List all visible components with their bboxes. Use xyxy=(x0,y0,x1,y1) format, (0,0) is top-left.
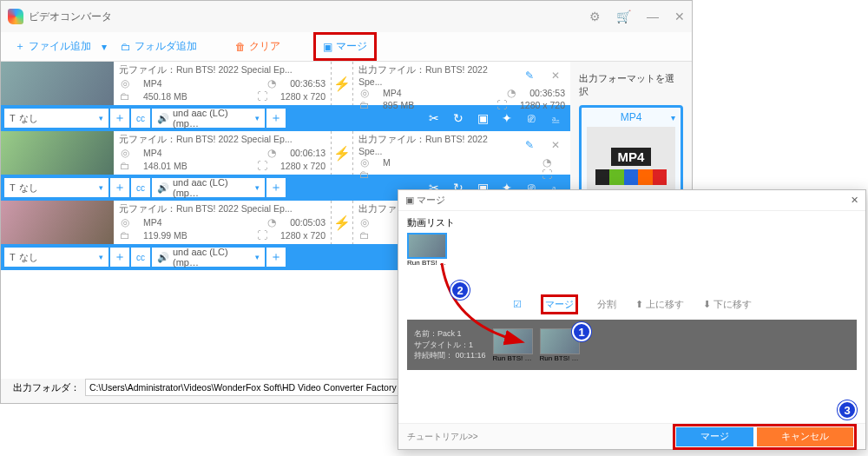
cc-button[interactable]: cc xyxy=(131,248,150,267)
clear-button[interactable]: 🗑 クリア xyxy=(230,36,286,56)
audio-select[interactable]: 🔊und aac (LC) (mp…▾ xyxy=(152,248,265,267)
trash-icon: 🗑 xyxy=(235,41,246,53)
item-thumbnail[interactable] xyxy=(1,201,114,244)
movie-list-label: 動画リスト xyxy=(407,216,857,229)
merge-button[interactable]: ▣ マージ xyxy=(318,36,372,56)
titlebar: ビデオコンバータ ⚙ 🛒 — ✕ xyxy=(1,1,692,32)
audio-add-button[interactable]: ＋ xyxy=(266,248,286,267)
subtitle-select[interactable]: Tなし▾ xyxy=(4,178,108,197)
src-file-label: 元ファイル：Run BTS! 2022 Special Ep... xyxy=(119,203,293,215)
watermark-icon[interactable]: ⎚ xyxy=(520,111,542,125)
arrow-up-icon: ⬆ xyxy=(635,299,643,310)
annotation-badge-3: 3 xyxy=(838,400,857,420)
app-title: ビデオコンバータ xyxy=(29,10,112,24)
main-toolbar: ＋ ファイル追加 ▾ 🗀 フォルダ追加 🗑 クリア ▣ マージ xyxy=(1,32,692,62)
audio-add-button[interactable]: ＋ xyxy=(266,109,286,128)
crop-icon[interactable]: ▣ xyxy=(471,111,494,125)
tutorial-link[interactable]: チュートリアル>> xyxy=(407,431,478,443)
format-caret-icon: ▾ xyxy=(671,113,675,122)
out-file-label: 出力ファイル：Run BTS! 2022 Spe... xyxy=(358,64,497,87)
remove-item-icon[interactable]: ✕ xyxy=(546,139,565,151)
subtitle-select[interactable]: Tなし▾ xyxy=(4,109,108,128)
add-file-button[interactable]: ＋ ファイル追加 xyxy=(10,36,96,56)
audio-add-button[interactable]: ＋ xyxy=(266,178,286,197)
edit-name-icon[interactable]: ✎ xyxy=(525,139,534,151)
op-move-down-button[interactable]: ⬇下に移す xyxy=(703,298,752,311)
merge-icon: ▣ xyxy=(405,195,414,206)
audio-select[interactable]: 🔊und aac (LC) (mp…▾ xyxy=(152,109,265,128)
op-split-button[interactable]: 分割 xyxy=(597,298,616,311)
edit-name-icon[interactable]: ✎ xyxy=(525,69,534,82)
rotate-icon[interactable]: ↻ xyxy=(447,111,470,125)
audio-select[interactable]: 🔊und aac (LC) (mp…▾ xyxy=(152,178,265,197)
add-file-caret-icon[interactable]: ▾ xyxy=(96,38,112,56)
annotation-arrow xyxy=(424,254,546,350)
out-file-label: 出力ファイル：Run BTS! 2022 Spe... xyxy=(358,134,497,156)
merge-icon: ▣ xyxy=(323,41,332,53)
cc-button[interactable]: cc xyxy=(131,178,150,197)
merge-dialog-close-icon[interactable]: ✕ xyxy=(851,195,858,206)
list-item: 元ファイル：Run BTS! 2022 Special Ep... ◎MP4◔0… xyxy=(1,62,570,105)
annotation-badge-2: 2 xyxy=(450,281,470,300)
format-label: 出力フォーマットを選択 xyxy=(579,72,683,98)
cart-icon[interactable]: 🛒 xyxy=(616,10,631,23)
cut-icon[interactable]: ✂ xyxy=(423,111,445,125)
footer-buttons-highlight: マージ キャンセル xyxy=(673,424,857,450)
list-item: 元ファイル：Run BTS! 2022 Special Ep... ◎MP4◔0… xyxy=(1,131,570,175)
close-icon[interactable]: ✕ xyxy=(674,10,685,23)
convert-bolt-icon: ⚡ xyxy=(332,62,352,105)
item-thumbnail[interactable] xyxy=(1,62,114,105)
subtitle-add-button[interactable]: ＋ xyxy=(110,109,129,128)
src-file-label: 元ファイル：Run BTS! 2022 Special Ep... xyxy=(119,64,293,76)
add-folder-button[interactable]: 🗀 フォルダ追加 xyxy=(115,36,202,56)
annotation-badge-1: 1 xyxy=(572,322,591,341)
cc-button[interactable]: cc xyxy=(131,109,150,128)
convert-bolt-icon: ⚡ xyxy=(332,201,352,244)
app-logo-icon xyxy=(8,9,23,24)
remove-item-icon[interactable]: ✕ xyxy=(546,69,565,82)
item-thumbnail[interactable] xyxy=(1,131,114,175)
subtitle-add-button[interactable]: ＋ xyxy=(110,178,129,197)
merge-dialog-titlebar: ▣ マージ ✕ xyxy=(398,190,865,211)
output-folder-label: 出力フォルダ： xyxy=(13,381,80,394)
op-move-up-button[interactable]: ⬆上に移す xyxy=(635,298,684,311)
effect-icon[interactable]: ✦ xyxy=(496,111,518,125)
subtitle-add-button[interactable]: ＋ xyxy=(110,248,129,267)
minimize-icon[interactable]: — xyxy=(647,10,659,23)
plus-icon: ＋ xyxy=(15,39,25,54)
merge-dialog: ▣ マージ ✕ 動画リスト Run BTS! 2... ☑ マージ 分割 ⬆上に… xyxy=(398,189,866,450)
merge-cancel-button[interactable]: キャンセル xyxy=(757,427,853,446)
merge-button-highlight: ▣ マージ xyxy=(313,32,377,61)
settings-icon[interactable]: ⚙ xyxy=(589,10,601,23)
merge-confirm-button[interactable]: マージ xyxy=(676,427,753,446)
convert-bolt-icon: ⚡ xyxy=(332,131,352,175)
subtitle-icon[interactable]: ⎁ xyxy=(544,111,567,125)
merge-dialog-title: マージ xyxy=(417,194,445,207)
subtitle-select[interactable]: Tなし▾ xyxy=(4,248,108,267)
src-file-label: 元ファイル：Run BTS! 2022 Special Ep... xyxy=(119,134,293,146)
folder-icon: 🗀 xyxy=(121,41,131,53)
arrow-down-icon: ⬇ xyxy=(703,299,711,310)
merge-dialog-footer: チュートリアル>> マージ キャンセル xyxy=(398,423,865,449)
